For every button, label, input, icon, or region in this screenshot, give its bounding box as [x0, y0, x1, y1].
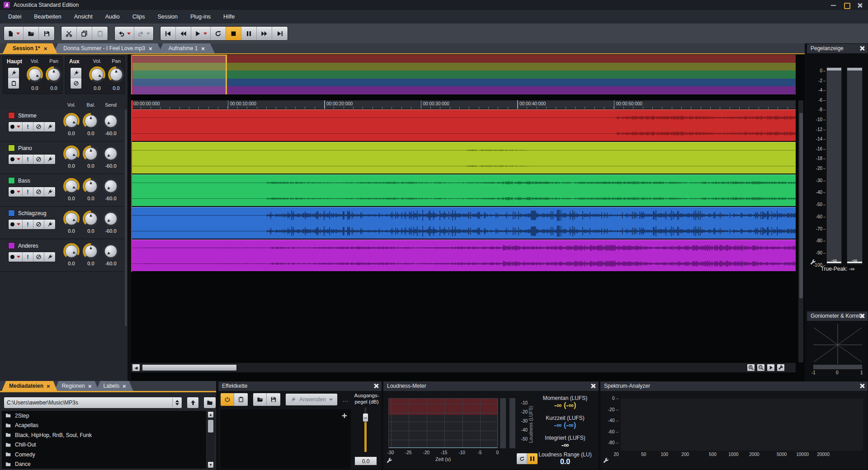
- audio-clip-anderes[interactable]: [131, 240, 796, 271]
- track-color-swatch[interactable]: [8, 145, 15, 151]
- rewind-button[interactable]: [176, 27, 191, 40]
- media-folder-row[interactable]: Dance: [2, 460, 206, 469]
- track-send-knob[interactable]: [103, 178, 119, 194]
- effect-chain-close-icon[interactable]: [373, 383, 379, 389]
- aux-volume-knob[interactable]: [89, 66, 105, 83]
- track-fx-button[interactable]: [44, 252, 55, 262]
- media-folder-row[interactable]: Comedy: [2, 450, 206, 460]
- horizontal-scroll-thumb[interactable]: [142, 364, 237, 371]
- tab-close-icon[interactable]: ×: [149, 46, 152, 52]
- loudness-pause-button[interactable]: [527, 453, 538, 464]
- cut-button[interactable]: [61, 27, 77, 40]
- menu-plugins[interactable]: Plug-ins: [184, 10, 217, 24]
- overview-viewport[interactable]: [131, 55, 227, 94]
- fast-forward-button[interactable]: [257, 27, 272, 40]
- media-folder-row[interactable]: Acapellas: [2, 421, 206, 431]
- fx-save-button[interactable]: [267, 393, 280, 406]
- maximize-button[interactable]: [844, 2, 849, 8]
- track-balance-knob[interactable]: [83, 178, 99, 194]
- add-effect-button[interactable]: +: [342, 410, 347, 421]
- track-send-knob[interactable]: [103, 243, 119, 259]
- record-arm-button[interactable]: [9, 155, 23, 164]
- track-name[interactable]: Bass: [18, 178, 30, 184]
- record-arm-button[interactable]: [9, 220, 23, 229]
- list-scroll-thumb[interactable]: [208, 420, 213, 432]
- go-end-button[interactable]: [272, 27, 288, 40]
- spectrum-settings-icon[interactable]: [603, 457, 609, 464]
- spectrum-close-icon[interactable]: [859, 383, 865, 389]
- loudness-close-icon[interactable]: [590, 383, 596, 389]
- audio-clip-piano[interactable]: [131, 142, 796, 174]
- track-header-stimme[interactable]: Stimme!0.00.0-60.0: [0, 109, 125, 141]
- aux-pan-knob[interactable]: [108, 66, 124, 83]
- track-fx-button[interactable]: [44, 122, 55, 132]
- tab-close-icon[interactable]: ×: [47, 383, 50, 389]
- session-overview[interactable]: [131, 55, 796, 94]
- play-button[interactable]: [191, 27, 211, 40]
- stop-button[interactable]: [226, 27, 241, 40]
- follow-playback-button[interactable]: [767, 364, 775, 371]
- track-header-bass[interactable]: Bass!0.00.0-60.0: [0, 174, 125, 207]
- solo-button[interactable]: !: [23, 252, 33, 262]
- mute-button[interactable]: [33, 187, 44, 197]
- vertical-scroll-thumb[interactable]: [799, 113, 803, 298]
- media-tab-mediadateien[interactable]: Mediadateien×: [2, 381, 57, 391]
- audio-clip-schlagzeug[interactable]: [131, 207, 796, 239]
- browse-folder-button[interactable]: [203, 397, 216, 409]
- track-header-schlagzeug[interactable]: Schlagzeug!0.00.0-60.0: [0, 207, 125, 239]
- media-tab-labels[interactable]: Labels×: [96, 381, 133, 391]
- track-header-anderes[interactable]: Anderes!0.00.0-60.0: [0, 240, 125, 272]
- session-tab[interactable]: Session 1*×: [3, 43, 57, 53]
- new-file-button[interactable]: [4, 27, 24, 40]
- track-header-piano[interactable]: Piano!0.00.0-60.0: [0, 142, 125, 174]
- main-pan-knob[interactable]: [46, 66, 62, 83]
- path-combobox[interactable]: C:\Users\aweber\Music\MP3s: [4, 397, 182, 409]
- track-color-swatch[interactable]: [8, 112, 15, 119]
- vertical-scrollbar[interactable]: [798, 100, 803, 362]
- copy-button[interactable]: [77, 27, 92, 40]
- track-balance-knob[interactable]: [83, 243, 99, 259]
- track-volume-knob[interactable]: [63, 211, 80, 227]
- record-arm-button[interactable]: [9, 187, 23, 197]
- tab-close-icon[interactable]: ×: [123, 383, 126, 389]
- main-fx-button[interactable]: [8, 68, 19, 78]
- track-name[interactable]: Schlagzeug: [18, 210, 47, 216]
- save-button[interactable]: [39, 27, 54, 40]
- paste-button[interactable]: [92, 27, 108, 40]
- fx-clipboard-button[interactable]: [234, 393, 248, 406]
- mute-button[interactable]: [33, 155, 44, 164]
- track-panel-scrollbar[interactable]: [125, 109, 127, 326]
- aux-mute-button[interactable]: [71, 78, 81, 89]
- track-volume-knob[interactable]: [63, 146, 80, 162]
- track-volume-knob[interactable]: [63, 243, 80, 259]
- mute-button[interactable]: [33, 122, 44, 132]
- menu-ansicht[interactable]: Ansicht: [68, 10, 99, 24]
- scroll-left-button[interactable]: ◀: [132, 364, 140, 371]
- zoom-in-button[interactable]: [747, 364, 755, 371]
- media-list-scrollbar[interactable]: ▲ ▼: [207, 411, 214, 469]
- time-ruler[interactable]: 00:00:00:00000:00:10:00000:00:20:00000:0…: [131, 100, 796, 109]
- effect-chain-area[interactable]: +: [220, 409, 351, 469]
- record-arm-button[interactable]: [9, 122, 23, 132]
- track-fx-button[interactable]: [44, 187, 55, 197]
- arranger-settings-button[interactable]: [777, 364, 785, 371]
- track-volume-knob[interactable]: [63, 113, 80, 129]
- track-volume-knob[interactable]: [63, 178, 80, 194]
- media-folder-row[interactable]: Black, HipHop, RnB, Soul, Funk: [2, 430, 206, 440]
- audio-clip-stimme[interactable]: [131, 109, 796, 141]
- tab-close-icon[interactable]: ×: [201, 46, 205, 52]
- output-level-slider[interactable]: [363, 408, 368, 452]
- aux-fx-button[interactable]: [71, 68, 81, 78]
- media-tab-regionen[interactable]: Regionen×: [55, 381, 99, 391]
- minimize-button[interactable]: [830, 2, 836, 8]
- tab-close-icon[interactable]: ×: [88, 383, 92, 389]
- track-send-knob[interactable]: [103, 113, 119, 129]
- list-scroll-down-icon[interactable]: ▼: [208, 461, 214, 468]
- menu-datei[interactable]: Datei: [2, 10, 28, 24]
- zoom-out-button[interactable]: [757, 364, 765, 371]
- track-fx-button[interactable]: [44, 220, 55, 229]
- list-scroll-up-icon[interactable]: ▲: [208, 411, 214, 418]
- track-name[interactable]: Stimme: [18, 113, 37, 119]
- fx-more-button[interactable]: …: [342, 396, 349, 403]
- track-send-knob[interactable]: [103, 211, 119, 227]
